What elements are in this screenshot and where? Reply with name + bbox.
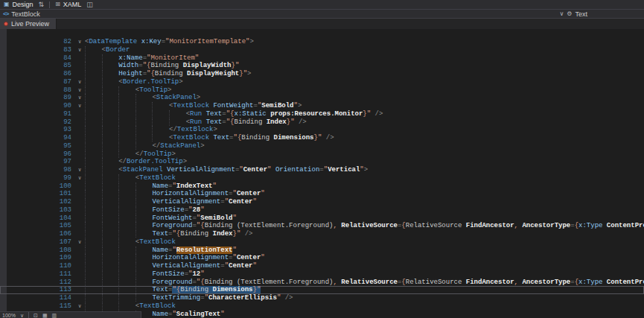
line-number[interactable]: 86 [0,70,74,78]
line-number[interactable]: 100 [0,182,74,191]
code-line[interactable]: 86 Height="{Binding DisplayHeight}"> [0,70,644,78]
fold-chevron-icon[interactable]: ∨ [74,174,85,182]
live-preview-tab[interactable]: Live Preview [0,19,57,29]
line-number[interactable]: 98 [0,166,74,174]
code-line[interactable]: 93 </TextBlock> [0,126,644,134]
line-number[interactable]: 101 [0,190,74,198]
xaml-tab-label: XAML [63,1,82,8]
line-number[interactable]: 87 [0,78,74,86]
property-breadcrumb[interactable]: Text [575,10,587,18]
line-number[interactable]: 106 [0,230,74,238]
line-number[interactable]: 82 [0,38,74,46]
code-line[interactable]: 91 <Run Text="{x:Static props:Resources.… [0,110,644,118]
code-line[interactable]: 92 <Run Text="{Binding Index}" /> [0,118,644,127]
code-line[interactable]: 96 </ToolTip> [0,150,644,159]
snapline-icon[interactable]: ▥ [52,313,57,318]
line-number[interactable]: 108 [0,247,74,255]
code-text: </Border.ToolTip> [85,158,644,166]
xaml-tab[interactable]: ⊞ XAML [55,1,81,8]
line-number[interactable]: 83 [0,46,74,54]
code-line[interactable]: 90∨ <TextBlock FontWeight="SemiBold"> [0,102,644,110]
chevron-down-icon[interactable]: ∨ [559,11,564,17]
code-line[interactable]: 112 Foreground="{Binding (TextElement.Fo… [0,279,644,287]
design-tab[interactable]: ▣ Design [4,1,34,8]
line-number[interactable]: 109 [0,254,74,262]
popout-window-icon[interactable]: ◫ [86,1,93,8]
line-number[interactable]: 88 [0,86,74,95]
fold-margin [74,142,85,150]
line-number[interactable]: 89 [0,94,74,102]
fold-chevron-icon[interactable]: ∨ [74,166,85,174]
swap-panes-icon[interactable]: ⇅ [39,1,45,8]
code-line[interactable]: 82∨<DataTemplate x:Key="MonitorItemTempl… [0,38,644,46]
line-number[interactable]: 92 [0,118,74,127]
line-number[interactable]: 110 [0,262,74,270]
line-number[interactable]: 114 [0,294,74,302]
code-line[interactable]: 83∨ <Border [0,46,644,54]
line-number[interactable]: 105 [0,222,74,230]
live-preview-label: Live Preview [11,20,49,28]
code-line[interactable]: 115∨ <TextBlock [0,302,644,311]
line-number[interactable]: 93 [0,126,74,134]
line-number[interactable]: 96 [0,150,74,159]
line-number[interactable]: 111 [0,270,74,279]
line-number[interactable]: 95 [0,142,74,150]
zoom-level[interactable]: 100% [2,313,16,318]
line-number[interactable]: 102 [0,198,74,206]
fold-chevron-icon[interactable]: ∨ [74,238,85,247]
code-line[interactable]: 95 </StackPanel> [0,142,644,150]
code-line[interactable]: 84 x:Name="MonitorItem" [0,54,644,63]
line-number[interactable]: 94 [0,134,74,142]
code-line[interactable]: 100 Name="IndexText" [0,182,644,191]
code-line[interactable]: 107∨ <TextBlock [0,238,644,247]
fold-chevron-icon[interactable]: ∨ [74,38,85,46]
line-number[interactable]: 112 [0,279,74,287]
line-number[interactable]: 104 [0,214,74,223]
line-number[interactable]: 90 [0,102,74,110]
fold-chevron-icon[interactable]: ∨ [74,86,85,95]
code-line[interactable]: 89∨ <StackPanel> [0,94,644,102]
code-text: Text="{Binding Dimensions}" [85,286,644,294]
zoom-dropdown-icon[interactable]: ∨ [20,313,24,318]
code-line[interactable]: 114 TextTrimming="CharacterEllipsis" /> [0,294,644,302]
line-number[interactable]: 97 [0,158,74,166]
code-line[interactable]: 94 <TextBlock Text="{Binding Dimensions}… [0,134,644,142]
indent-guide [85,262,102,270]
code-line[interactable]: 109 HorizontalAlignment="Center" [0,254,644,262]
code-line[interactable]: 101 HorizontalAlignment="Center" [0,190,644,198]
code-line[interactable]: 104 FontWeight="SemiBold" [0,214,644,223]
line-number[interactable]: 85 [0,62,74,70]
code-line[interactable]: 99∨ <TextBlock [0,174,644,182]
fold-margin [74,158,85,166]
fold-chevron-icon[interactable]: ∨ [74,102,85,110]
line-number[interactable]: 107 [0,238,74,247]
line-number[interactable]: 91 [0,110,74,118]
element-breadcrumb[interactable]: TextBlock [11,10,40,18]
code-line[interactable]: 102 VerticalAlignment="Center" [0,198,644,206]
fold-chevron-icon[interactable]: ∨ [74,94,85,102]
code-line[interactable]: 88∨ <ToolTip> [0,86,644,95]
code-line[interactable]: 98∨ <StackPanel VerticalAlignment="Cente… [0,166,644,174]
code-line[interactable]: 113 Text="{Binding Dimensions}" [0,286,644,294]
code-line[interactable]: 105 Foreground="{Binding (TextElement.Fo… [0,222,644,230]
line-number[interactable]: 113 [0,286,74,294]
fold-chevron-icon[interactable]: ∨ [74,78,85,86]
xaml-code-editor[interactable]: 82∨<DataTemplate x:Key="MonitorItemTempl… [0,29,644,318]
snap-grid-icon[interactable]: ▦ [42,313,48,318]
code-line[interactable]: 111 FontSize="12" [0,270,644,279]
line-number[interactable]: 103 [0,206,74,214]
zoom-fit-icon[interactable]: ⊡ [34,313,38,318]
code-line[interactable]: 106 Text="{Binding Index}" /> [0,230,644,238]
code-line[interactable]: 110 VerticalAlignment="Center" [0,262,644,270]
code-line[interactable]: 87∨ <Border.ToolTip> [0,78,644,86]
indent-guide [118,142,136,150]
code-line[interactable]: 97 </Border.ToolTip> [0,158,644,166]
code-line[interactable]: 85 Width="{Binding DisplayWidth}" [0,62,644,70]
line-number[interactable]: 84 [0,54,74,63]
fold-chevron-icon[interactable]: ∨ [74,46,85,54]
code-line[interactable]: 103 FontSize="28" [0,206,644,214]
fold-chevron-icon[interactable]: ∨ [74,302,85,311]
code-line[interactable]: 108 Name="ResolutionText" [0,247,644,255]
line-number[interactable]: 99 [0,174,74,182]
line-number[interactable]: 115 [0,302,74,311]
